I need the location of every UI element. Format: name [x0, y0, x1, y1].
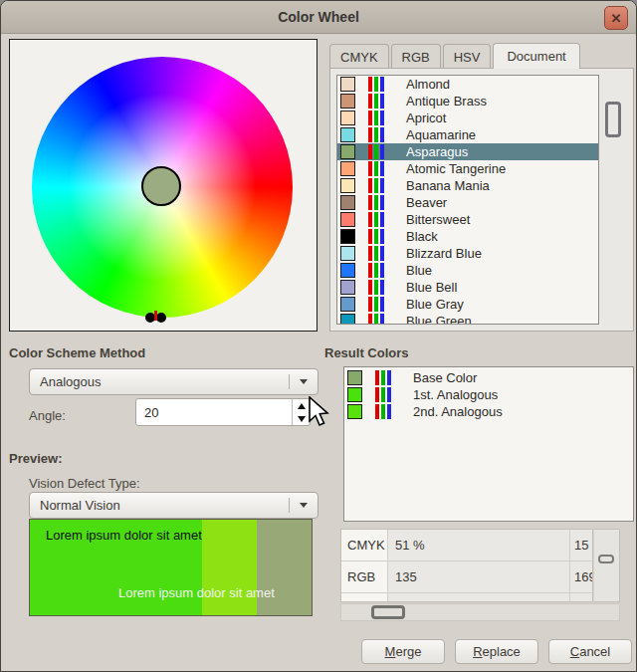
color-swatch	[340, 263, 355, 278]
angle-spinbox[interactable]: 20	[135, 398, 311, 426]
wheel-marker-2[interactable]	[156, 313, 166, 323]
table-horizontal-scrollbar[interactable]	[340, 603, 620, 621]
rgb-colorspace-icon	[368, 246, 384, 261]
color-swatch	[347, 387, 362, 402]
color-swatch	[340, 212, 355, 227]
color-name: Aquamarine	[406, 127, 476, 142]
color-wheel-panel	[9, 39, 318, 332]
preview-band-1: Lorem ipsum dolor sit amet	[30, 520, 202, 615]
color-name: Blizzard Blue	[406, 246, 482, 261]
value-cell: 135	[388, 561, 570, 592]
value-cell-clipped: 15 %	[570, 530, 592, 560]
table-row-cmyk: CMYK51 %15 %	[341, 530, 592, 561]
tab-document[interactable]: Document	[493, 43, 579, 69]
result-color-base-color[interactable]: Base Color	[344, 369, 633, 386]
color-name: Black	[406, 229, 438, 244]
color-name: Asparagus	[406, 144, 468, 159]
rgb-colorspace-icon	[368, 314, 384, 325]
wheel-marker-tick	[154, 311, 157, 321]
color-swatch	[340, 127, 355, 142]
preview-sample-text: Lorem ipsum dolor sit amet	[30, 520, 202, 543]
color-swatch	[340, 195, 355, 210]
cancel-button[interactable]: Cancel	[548, 639, 632, 664]
color-swatch	[340, 246, 355, 261]
color-swatch	[340, 144, 355, 159]
table-vertical-scrollbar[interactable]	[594, 529, 620, 602]
document-list-scrollbar[interactable]	[601, 75, 628, 325]
tab-cmyk[interactable]: CMYK	[329, 44, 389, 69]
rgb-colorspace-icon	[375, 370, 391, 385]
result-colors-list[interactable]: Base Color1st. Analogous2nd. Analogous	[343, 366, 634, 522]
color-swatch	[340, 229, 355, 244]
color-wheel-dialog: Color Wheel ✕ CMYKRGBHSVDocument AlmondA…	[0, 0, 637, 672]
result-color-2nd-analogous[interactable]: 2nd. Analogous	[344, 403, 633, 420]
color-scheme-method-label: Color Scheme Method	[9, 345, 145, 360]
color-swatch	[340, 161, 355, 176]
tab-rgb[interactable]: RGB	[391, 44, 441, 69]
color-item-apricot[interactable]: Apricot	[337, 110, 598, 126]
mouse-cursor-icon	[308, 396, 331, 432]
angle-value: 20	[136, 399, 292, 425]
angle-label: Angle:	[29, 408, 66, 423]
color-name: Banana Mania	[406, 178, 490, 193]
color-item-beaver[interactable]: Beaver	[337, 194, 598, 211]
color-item-bittersweet[interactable]: Bittersweet	[337, 211, 598, 228]
color-item-blue-gray[interactable]: Blue Gray	[337, 296, 598, 313]
color-item-atomic-tangerine[interactable]: Atomic Tangerine	[337, 160, 598, 177]
rgb-colorspace-icon	[368, 144, 384, 159]
color-name: Blue Green	[406, 314, 472, 325]
vision-defect-dropdown[interactable]: Normal Vision	[29, 492, 318, 519]
color-item-blue-bell[interactable]: Blue Bell	[337, 279, 598, 296]
color-item-blue-green[interactable]: Blue Green	[337, 313, 598, 325]
rgb-colorspace-icon	[368, 212, 384, 227]
titlebar[interactable]: Color Wheel ✕	[1, 1, 636, 34]
result-color-1st-analogous[interactable]: 1st. Analogous	[344, 386, 633, 403]
rgb-colorspace-icon	[368, 297, 384, 312]
color-name: Atomic Tangerine	[406, 161, 506, 176]
document-tab-panel: AlmondAntique BrassApricotAquamarineAspa…	[329, 68, 634, 332]
color-item-black[interactable]: Black	[337, 228, 598, 245]
table-vertical-scrollbar-thumb[interactable]	[598, 555, 614, 563]
replace-button[interactable]: Replace	[455, 639, 538, 664]
close-button[interactable]: ✕	[604, 6, 628, 30]
chevron-down-icon	[290, 503, 318, 508]
scheme-method-dropdown[interactable]: Analogous	[29, 368, 318, 395]
table-row-rgb: RGB135169	[341, 561, 592, 593]
value-cell: 51 %	[388, 530, 570, 560]
color-swatch	[347, 404, 362, 419]
color-item-asparagus[interactable]: Asparagus	[337, 143, 598, 160]
color-name: Apricot	[406, 111, 446, 125]
color-item-antique-brass[interactable]: Antique Brass	[337, 93, 598, 110]
color-preview: Lorem ipsum dolor sit amet	[29, 519, 313, 616]
document-list-scrollbar-thumb[interactable]	[605, 102, 621, 137]
scheme-method-value: Analogous	[30, 374, 289, 389]
rgb-colorspace-icon	[368, 195, 384, 210]
base-color-center-swatch	[141, 166, 181, 206]
vision-defect-value: Normal Vision	[30, 498, 289, 513]
tab-bar: CMYKRGBHSVDocument	[329, 43, 580, 69]
dialog-button-row: MergeReplaceCancel	[319, 639, 632, 664]
table-horizontal-scrollbar-thumb[interactable]	[371, 605, 405, 619]
color-item-blizzard-blue[interactable]: Blizzard Blue	[337, 245, 598, 262]
color-swatch	[340, 111, 355, 125]
color-item-aquamarine[interactable]: Aquamarine	[337, 126, 598, 143]
rgb-colorspace-icon	[368, 127, 384, 142]
merge-button[interactable]: Merge	[361, 639, 445, 664]
arrow-up-icon	[298, 403, 306, 409]
color-item-banana-mania[interactable]: Banana Mania	[337, 177, 598, 194]
rgb-colorspace-icon	[368, 178, 384, 193]
color-name: 1st. Analogous	[413, 387, 498, 402]
value-cell-clipped: 169	[570, 561, 592, 592]
color-item-blue[interactable]: Blue	[337, 262, 598, 279]
value-cell-clipped	[570, 593, 592, 602]
document-colors-list[interactable]: AlmondAntique BrassApricotAquamarineAspa…	[336, 75, 599, 325]
tab-hsv[interactable]: HSV	[443, 44, 492, 69]
table-row-stub	[341, 593, 592, 602]
rgb-colorspace-icon	[368, 263, 384, 278]
rgb-colorspace-icon	[375, 404, 391, 419]
color-swatch	[347, 370, 362, 385]
rgb-colorspace-icon	[368, 111, 384, 125]
color-item-almond[interactable]: Almond	[337, 76, 598, 93]
rgb-colorspace-icon	[375, 387, 391, 402]
color-swatch	[340, 94, 355, 109]
